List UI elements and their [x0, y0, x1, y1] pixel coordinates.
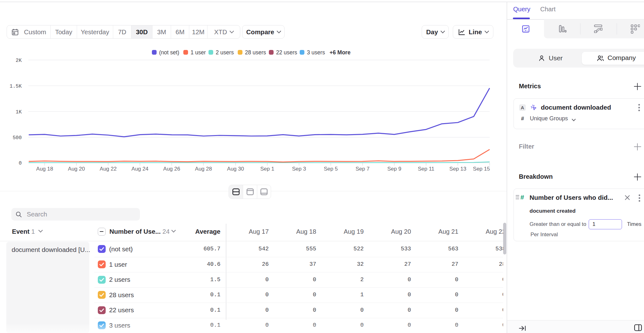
- svg-text:Aug 30: Aug 30: [227, 166, 244, 172]
- svg-text:1.5K: 1.5K: [10, 84, 22, 89]
- svg-text:500: 500: [13, 135, 22, 141]
- svg-text:Aug 26: Aug 26: [163, 166, 180, 172]
- svg-text:Sep 13: Sep 13: [449, 166, 466, 172]
- svg-text:Aug 24: Aug 24: [131, 166, 148, 172]
- svg-text:Aug 22: Aug 22: [100, 166, 117, 172]
- svg-text:Aug 20: Aug 20: [68, 166, 85, 172]
- svg-text:2K: 2K: [16, 58, 22, 63]
- svg-text:Sep 11: Sep 11: [418, 166, 435, 172]
- svg-text:Sep 3: Sep 3: [292, 166, 306, 172]
- svg-text:Sep 5: Sep 5: [324, 166, 338, 172]
- svg-text:Aug 18: Aug 18: [36, 166, 53, 172]
- svg-text:Aug 28: Aug 28: [195, 166, 212, 172]
- svg-text:Sep 7: Sep 7: [356, 166, 369, 172]
- svg-text:Sep 1: Sep 1: [260, 166, 274, 172]
- svg-text:0: 0: [19, 161, 22, 166]
- svg-text:1K: 1K: [16, 109, 22, 115]
- svg-text:Sep 15: Sep 15: [473, 166, 490, 172]
- svg-text:Sep 9: Sep 9: [387, 166, 401, 172]
